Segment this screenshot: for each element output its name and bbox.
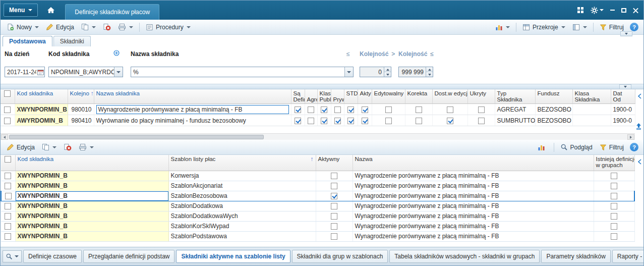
nazwa-skladnika-input[interactable]: % [131, 67, 354, 77]
aktywny-cell[interactable] [316, 231, 353, 241]
fundusz-cell[interactable]: BEZOSOBO [535, 115, 572, 126]
header-kolejnosc[interactable]: Kolejno↑ [68, 89, 94, 104]
publ-cell[interactable] [317, 115, 331, 126]
close-icon[interactable] [633, 8, 638, 13]
maximize-icon[interactable] [621, 8, 626, 13]
kolejnosc-do-input[interactable]: 999 999 [398, 67, 433, 77]
spinner-down-icon[interactable] [426, 72, 433, 77]
nazwa-operator[interactable]: ≤ [346, 50, 350, 58]
home-button[interactable] [44, 5, 58, 16]
pryw-checkbox[interactable] [334, 118, 341, 124]
nazwa-cell[interactable]: Wynagrodzenie porównywane z płacą minima… [353, 171, 594, 181]
lower-grid-row[interactable]: XWYNPORMIN_B SzablonAkcjonariat Wynagrod… [1, 181, 634, 191]
row-select-cell[interactable] [1, 221, 15, 231]
row-select-checkbox[interactable] [4, 107, 11, 113]
nazwa-skladnika-cell[interactable]: Wyrównanie do płacy minimalnej - fundusz… [94, 115, 291, 126]
szablon-cell[interactable]: SzablonDodatkowaWych [168, 211, 316, 221]
istnieja-cell[interactable] [594, 171, 634, 181]
header-sa-defir[interactable]: SąDefir [291, 89, 305, 104]
std-cell[interactable] [344, 115, 358, 126]
lower-grid-row[interactable]: XWYNPORMIN_B SzablonPodstawowa Wynagrodz… [1, 231, 634, 241]
aktywny-cell[interactable] [316, 221, 353, 231]
agre-checkbox[interactable] [308, 118, 314, 124]
kod-skladnika-cell[interactable]: XWYNPORMIN_B [15, 104, 68, 115]
filtruj-button[interactable]: Filtruj [597, 142, 627, 152]
aktywny-checkbox[interactable] [362, 107, 368, 113]
calendar-button[interactable] [36, 69, 44, 75]
header-aktywny[interactable]: Akty [358, 89, 372, 104]
data-od-cell[interactable]: 1900-0 [611, 104, 635, 115]
aktywny-checkbox[interactable] [331, 203, 337, 209]
fundusz-cell[interactable]: BEZOSOBO [535, 104, 572, 115]
pryw-cell[interactable] [331, 115, 344, 126]
istnieja-definicje-checkbox[interactable] [611, 223, 617, 230]
scroll-right-button[interactable] [627, 134, 634, 140]
korekta-checkbox[interactable] [416, 118, 422, 124]
kod-skladnika-cell[interactable]: XWYNPORMIN_B [15, 171, 168, 181]
lower-grid-row[interactable]: XWYNPORMIN_B SzablonBezosobowa Wynagrodz… [1, 191, 634, 201]
korekta-cell[interactable] [405, 104, 432, 115]
kod-skladnika-cell[interactable]: XWYNPORMIN_B [15, 201, 168, 211]
istnieja-definicje-checkbox[interactable] [611, 203, 617, 209]
header-nazwa-skladnika[interactable]: Nazwa składnika [94, 89, 291, 104]
kod-skladnika-cell[interactable]: XWYNPORMIN_B [15, 231, 168, 241]
filter-tab[interactable]: Składniki [53, 36, 91, 46]
add-filter-icon[interactable] [113, 50, 120, 56]
scroll-left-button[interactable] [1, 134, 8, 140]
bottom-tab[interactable]: Parametry składników [541, 250, 610, 263]
publ-checkbox[interactable] [321, 118, 327, 124]
collapse-filters-button[interactable] [619, 84, 631, 89]
kod-skladnika-cell[interactable]: AWYRDOMIN_B [15, 115, 68, 126]
menu-button[interactable]: Menu [4, 4, 38, 17]
istnieja-definicje-checkbox[interactable] [611, 183, 617, 189]
klasa-skladnika-cell[interactable] [572, 104, 611, 115]
aktywny-checkbox[interactable] [331, 213, 337, 220]
collapse-filter-panel-button[interactable] [620, 31, 632, 36]
kopiuj-button[interactable] [78, 22, 99, 32]
data-od-cell[interactable]: 1900-0 [611, 115, 635, 126]
korekta-cell[interactable] [405, 115, 432, 126]
szablon-cell[interactable]: SzablonBezosobowa [168, 191, 316, 201]
dost-w-edycji-cell[interactable] [432, 104, 467, 115]
wykres-button[interactable] [535, 142, 551, 152]
szablon-cell[interactable]: SzablonAkcjonariat [168, 181, 316, 191]
nazwa-text[interactable]: Wynagrodzenie porównywane z płacą minima… [96, 105, 289, 114]
filter-tab[interactable]: Podstawowa [3, 36, 52, 46]
dropdown-button[interactable] [344, 67, 353, 77]
agre-cell[interactable] [305, 115, 317, 126]
row-select-cell[interactable] [1, 181, 15, 191]
nazwa-text[interactable]: Wyrównanie do płacy minimalnej - fundusz… [96, 117, 289, 125]
scrollbar-thumb[interactable] [9, 135, 264, 139]
select-all-checkbox[interactable] [4, 90, 11, 97]
kod-skladnika-select[interactable]: NPORMIN_B;AWYRDOMIN_B [48, 67, 123, 77]
bottom-tab[interactable]: Definicje czasowe [23, 250, 82, 263]
row-select-cell[interactable] [1, 115, 15, 126]
header-korekta[interactable]: Korekta [405, 89, 432, 104]
nazwa-cell[interactable]: Wynagrodzenie porównywane z płacą minima… [353, 181, 594, 191]
drukuj-button[interactable] [76, 142, 97, 152]
aktywny-cell[interactable] [358, 115, 372, 126]
header-fundusz[interactable]: Fundusz [535, 89, 572, 104]
istnieja-definicje-checkbox[interactable] [611, 173, 617, 179]
std-checkbox[interactable] [347, 107, 354, 113]
row-select-checkbox[interactable] [5, 203, 11, 209]
procedury-button[interactable]: Procedury [143, 22, 194, 32]
defir-cell[interactable] [291, 104, 305, 115]
publ-checkbox[interactable] [321, 107, 327, 113]
search-tool-button[interactable] [3, 250, 22, 262]
spinner-up-icon[interactable] [426, 67, 433, 72]
istnieja-cell[interactable] [594, 191, 634, 201]
number-spinner[interactable] [426, 67, 433, 77]
nazwa-skladnika-cell[interactable]: Wynagrodzenie porównywane z płacą minima… [94, 104, 291, 115]
istnieja-cell[interactable] [594, 201, 634, 211]
ukryty-cell[interactable] [467, 115, 495, 126]
upper-grid-row[interactable]: AWYRDOMIN_B 980410 Wyrównanie do płacy m… [1, 115, 635, 126]
ukryty-cell[interactable] [467, 104, 495, 115]
aktywny-checkbox[interactable] [331, 173, 337, 179]
row-select-cell[interactable] [1, 104, 15, 115]
przekroje-button[interactable]: Przekroje [519, 22, 568, 32]
dropdown-button[interactable] [114, 67, 123, 77]
istnieja-cell[interactable] [594, 231, 634, 241]
ukryty-checkbox[interactable] [478, 118, 485, 124]
lower-grid-row[interactable]: XWYNPORMIN_B SzablonKorSklWypad Wynagrod… [1, 221, 634, 231]
